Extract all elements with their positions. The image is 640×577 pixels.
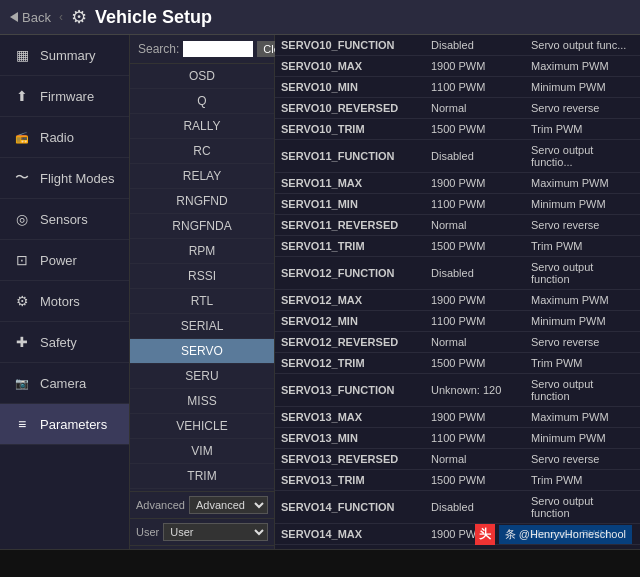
sidebar-label-summary: Summary [40,48,96,63]
category-item-q[interactable]: Q [130,89,274,114]
param-name-cell: SERVO13_MIN [275,428,425,449]
table-row[interactable]: SERVO11_REVERSED Normal Servo reverse [275,215,640,236]
category-item-rpm[interactable]: RPM [130,239,274,264]
param-value-cell[interactable]: 1500 PWM [425,353,525,374]
param-desc-cell: Minimum PWM [525,77,640,98]
param-desc-cell: Trim PWM [525,236,640,257]
sidebar-label-sensors: Sensors [40,212,88,227]
category-item-rngfnd[interactable]: RNGFND [130,189,274,214]
sidebar-item-safety[interactable]: ✚ Safety [0,322,129,363]
category-item-rtl[interactable]: RTL [130,289,274,314]
search-label: Search: [138,42,179,56]
param-name-cell: SERVO12_REVERSED [275,332,425,353]
param-value-cell[interactable]: 1900 PWM [425,173,525,194]
sidebar-label-power: Power [40,253,77,268]
filter-user-select[interactable]: User Admin [163,523,268,541]
safety-icon: ✚ [12,332,32,352]
table-row[interactable]: SERVO12_REVERSED Normal Servo reverse [275,332,640,353]
table-row[interactable]: SERVO12_MAX 1900 PWM Maximum PWM [275,290,640,311]
category-item-trim[interactable]: TRIM [130,464,274,489]
header: Back ‹ ⚙ Vehicle Setup [0,0,640,35]
param-value-cell[interactable]: Unknown: 120 [425,374,525,407]
sidebar-item-flight-modes[interactable]: 〜 Flight Modes [0,158,129,199]
param-name-cell: SERVO12_MAX [275,290,425,311]
param-desc-cell: Trim PWM [525,119,640,140]
table-row[interactable]: SERVO10_REVERSED Normal Servo reverse [275,98,640,119]
sensors-icon: ◎ [12,209,32,229]
table-row[interactable]: SERVO13_MAX 1900 PWM Maximum PWM [275,407,640,428]
param-name-cell: SERVO11_TRIM [275,236,425,257]
table-row[interactable]: SERVO12_MIN 1100 PWM Minimum PWM [275,311,640,332]
table-row[interactable]: SERVO11_MAX 1900 PWM Maximum PWM [275,173,640,194]
table-row[interactable]: SERVO11_TRIM 1500 PWM Trim PWM [275,236,640,257]
param-desc-cell: Servo output func... [525,35,640,56]
param-name-cell: SERVO12_MIN [275,311,425,332]
param-value-cell[interactable]: 1500 PWM [425,236,525,257]
param-value-cell[interactable]: Disabled [425,491,525,524]
param-desc-cell: Servo reverse [525,332,640,353]
table-row[interactable]: SERVO11_MIN 1100 PWM Minimum PWM [275,194,640,215]
param-value-cell[interactable]: 1500 PWM [425,470,525,491]
param-value-cell[interactable]: Normal [425,449,525,470]
param-value-cell[interactable]: 1900 PWM [425,56,525,77]
table-row[interactable]: SERVO10_TRIM 1500 PWM Trim PWM [275,119,640,140]
param-value-cell[interactable]: 1900 PWM [425,407,525,428]
table-row[interactable]: SERVO13_TRIM 1500 PWM Trim PWM [275,470,640,491]
table-row[interactable]: SERVO11_FUNCTION Disabled Servo output f… [275,140,640,173]
table-row[interactable]: SERVO13_FUNCTION Unknown: 120 Servo outp… [275,374,640,407]
table-row[interactable]: SERVO13_REVERSED Normal Servo reverse [275,449,640,470]
table-row[interactable]: SERVO12_FUNCTION Disabled Servo output f… [275,257,640,290]
param-value-cell[interactable]: 1900 PWM [425,290,525,311]
param-value-cell[interactable]: 1100 PWM [425,77,525,98]
watermark-text: 条 @HenryvHomeschool [499,525,632,544]
param-value-cell[interactable]: Normal [425,332,525,353]
table-row[interactable]: SERVO10_FUNCTION Disabled Servo output f… [275,35,640,56]
param-desc-cell: Servo output function [525,491,640,524]
param-value-cell[interactable]: 1100 PWM [425,194,525,215]
param-value-cell[interactable]: Disabled [425,35,525,56]
table-row[interactable]: SERVO10_MAX 1900 PWM Maximum PWM [275,56,640,77]
sidebar-item-summary[interactable]: ▦ Summary [0,35,129,76]
sidebar-item-firmware[interactable]: ⬆ Firmware [0,76,129,117]
sidebar-item-parameters[interactable]: ≡ Parameters [0,404,129,445]
category-item-rc[interactable]: RC [130,139,274,164]
category-item-relay[interactable]: RELAY [130,164,274,189]
search-input[interactable] [183,41,253,57]
param-value-cell[interactable]: 1100 PWM [425,428,525,449]
back-button[interactable]: Back [10,10,51,25]
param-desc-cell: Maximum PWM [525,290,640,311]
category-item-servo[interactable]: SERVO [130,339,274,364]
param-value-cell[interactable]: Normal [425,215,525,236]
param-value-cell[interactable]: Disabled [425,140,525,173]
param-value-cell[interactable]: 1500 PWM [425,119,525,140]
category-item-osd[interactable]: OSD [130,64,274,89]
param-desc-cell: Trim PWM [525,470,640,491]
sidebar-item-motors[interactable]: ⚙ Motors [0,281,129,322]
category-item-vim[interactable]: VIM [130,439,274,464]
param-desc-cell: Servo reverse [525,215,640,236]
param-value-cell[interactable]: Disabled [425,257,525,290]
param-value-cell[interactable]: 1100 PWM [425,311,525,332]
category-item-rally[interactable]: RALLY [130,114,274,139]
param-value-cell[interactable]: Normal [425,98,525,119]
sidebar-item-power[interactable]: ⊡ Power [0,240,129,281]
table-row[interactable]: SERVO14_FUNCTION Disabled Servo output f… [275,491,640,524]
category-item-rngfnda[interactable]: RNGFNDA [130,214,274,239]
filter-advanced-select[interactable]: Advanced Standard [189,496,268,514]
category-item-serial[interactable]: SERIAL [130,314,274,339]
param-name-cell: SERVO11_REVERSED [275,215,425,236]
category-item-vehicle[interactable]: VEHICLE [130,414,274,439]
watermark: 头 条 @HenryvHomeschool [475,524,632,545]
sidebar-item-radio[interactable]: 📻 Radio [0,117,129,158]
category-item-rssi[interactable]: RSSI [130,264,274,289]
table-row[interactable]: SERVO13_MIN 1100 PWM Minimum PWM [275,428,640,449]
sidebar-item-camera[interactable]: 📷 Camera [0,363,129,404]
category-item-miss[interactable]: MISS [130,389,274,414]
sidebar-label-camera: Camera [40,376,86,391]
category-item-seru[interactable]: SERU [130,364,274,389]
table-row[interactable]: SERVO10_MIN 1100 PWM Minimum PWM [275,77,640,98]
sidebar-item-sensors[interactable]: ◎ Sensors [0,199,129,240]
params-table: SERVO10_FUNCTION Disabled Servo output f… [275,35,640,572]
param-name-cell: SERVO13_TRIM [275,470,425,491]
table-row[interactable]: SERVO12_TRIM 1500 PWM Trim PWM [275,353,640,374]
